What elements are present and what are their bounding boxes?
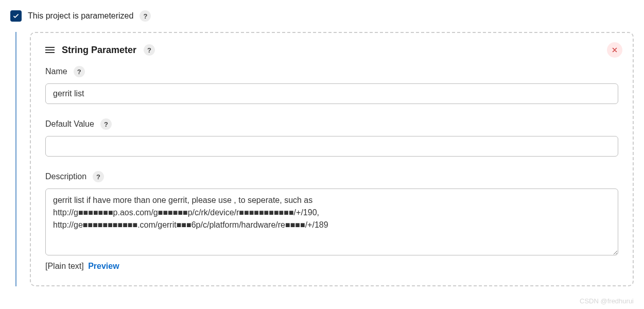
watermark: CSDN @fredhurui [580,297,634,305]
name-label: Name [45,67,67,76]
string-parameter-panel: String Parameter ? Name ? Default Value … [30,32,634,286]
help-icon-description[interactable]: ? [93,171,104,182]
default-value-input[interactable] [45,136,618,157]
parameterized-checkbox[interactable] [10,10,22,22]
close-icon [611,46,618,54]
format-indicator: [Plain text] [45,262,84,270]
name-input[interactable] [45,83,618,104]
drag-handle-icon[interactable] [45,47,55,53]
remove-parameter-button[interactable] [607,42,622,58]
parameter-title: String Parameter [62,45,136,56]
default-value-label: Default Value [45,119,94,129]
description-textarea[interactable] [45,188,618,255]
help-icon-parameter-type[interactable]: ? [144,44,155,56]
check-icon [12,12,20,20]
description-label: Description [45,172,86,181]
parameterized-label: This project is parameterized [28,11,133,21]
help-icon-parameterized[interactable]: ? [140,10,151,22]
preview-link[interactable]: Preview [88,262,119,270]
help-icon-name[interactable]: ? [74,66,85,77]
help-icon-default-value[interactable]: ? [100,118,112,130]
